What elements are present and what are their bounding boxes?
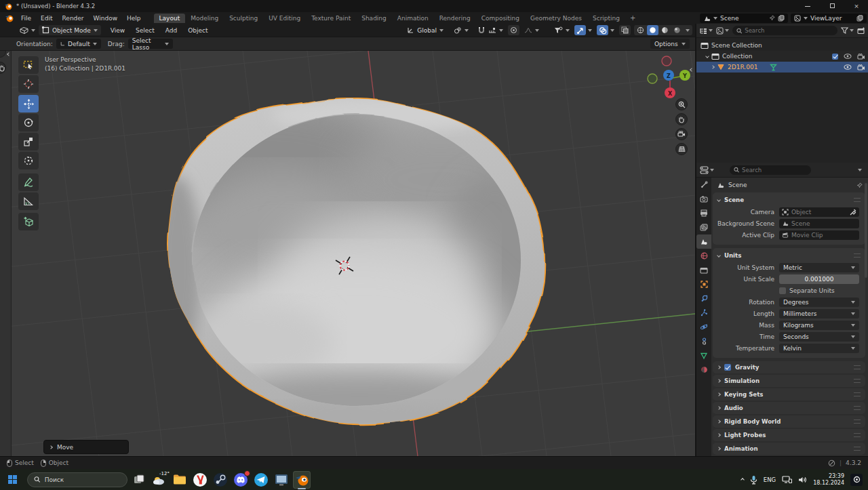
menu-render[interactable]: Render	[58, 15, 89, 22]
menu-add[interactable]: Add	[160, 27, 182, 34]
properties-editor-type[interactable]	[700, 166, 714, 174]
outliner-filter[interactable]	[841, 27, 854, 34]
minimize-button[interactable]	[803, 3, 812, 9]
eyedropper-icon[interactable]	[850, 209, 856, 216]
close-button[interactable]: ×	[852, 3, 861, 9]
notification-center-icon[interactable]	[850, 474, 863, 486]
orientation-dropdown[interactable]: Default	[56, 39, 101, 49]
zoom-view-icon[interactable]	[675, 98, 688, 110]
transform-orientation-selector[interactable]: Global	[403, 25, 447, 35]
keying-sets-panel-header[interactable]: Keying Sets	[713, 388, 865, 401]
tab-material[interactable]	[696, 363, 711, 377]
yandex-browser-button[interactable]	[191, 471, 209, 489]
show-gizmos-toggle[interactable]	[574, 25, 586, 35]
hide-eye-icon[interactable]	[844, 64, 852, 70]
menu-object[interactable]: Object	[182, 27, 213, 34]
background-scene-field[interactable]: Scene	[779, 219, 859, 228]
bowl-object[interactable]	[132, 98, 553, 432]
tab-object-data[interactable]	[696, 348, 711, 363]
camera-field[interactable]: Object	[779, 207, 859, 217]
new-collection-icon[interactable]	[857, 27, 865, 35]
menu-file[interactable]: File	[16, 15, 36, 22]
properties-search[interactable]	[730, 165, 811, 175]
language-indicator[interactable]: ENG	[764, 476, 776, 483]
tool-add-primitive[interactable]	[18, 213, 39, 230]
properties-search-input[interactable]	[742, 167, 807, 173]
show-overlays-toggle[interactable]	[597, 25, 608, 35]
disable-render-camera-icon[interactable]	[857, 54, 865, 60]
tab-geometry-nodes[interactable]: Geometry Nodes	[525, 14, 587, 23]
snap-magnet-icon[interactable]	[475, 25, 487, 35]
outliner-row-object[interactable]: 2D1R.001	[696, 62, 868, 73]
gravity-panel-header[interactable]: Gravity	[713, 361, 865, 373]
unit-scale-field[interactable]: 0.001000	[779, 274, 859, 284]
tray-overflow-icon[interactable]	[741, 478, 745, 482]
gravity-checkbox[interactable]	[724, 364, 731, 371]
perspective-toggle-icon[interactable]	[675, 143, 688, 155]
tool-move[interactable]	[18, 95, 39, 113]
tab-shading[interactable]: Shading	[356, 14, 392, 23]
gizmos-dropdown[interactable]	[587, 25, 593, 35]
tab-view-layer[interactable]	[696, 220, 711, 234]
tool-select-box[interactable]	[18, 56, 39, 74]
start-button[interactable]	[5, 472, 20, 487]
axis-neg-x-ball[interactable]	[662, 56, 671, 66]
expand-icon[interactable]	[711, 65, 715, 69]
viewlayer-selector[interactable]: ViewLayer	[791, 14, 867, 23]
temperature-dropdown[interactable]: Kelvin	[779, 344, 859, 353]
axis-neg-y-ball[interactable]	[648, 74, 657, 83]
tab-world[interactable]	[696, 249, 711, 263]
pan-view-icon[interactable]	[675, 113, 688, 125]
scene-selector[interactable]: Scene	[700, 14, 788, 23]
show-object-types[interactable]	[553, 25, 571, 35]
rigid-body-world-panel-header[interactable]: Rigid Body World	[713, 415, 865, 428]
hide-eye-icon[interactable]	[844, 54, 852, 59]
file-explorer-button[interactable]	[171, 471, 189, 489]
disable-render-camera-icon[interactable]	[857, 64, 865, 70]
tab-sculpting[interactable]: Sculpting	[224, 14, 263, 23]
blender-menu-icon[interactable]	[5, 14, 14, 22]
rotation-dropdown[interactable]: Degrees	[779, 298, 859, 307]
xray-toggle[interactable]	[619, 25, 631, 35]
new-scene-icon[interactable]	[778, 15, 785, 22]
outliner-search-input[interactable]	[745, 27, 833, 34]
operator-panel-move[interactable]: Move	[43, 440, 129, 454]
collapse-icon[interactable]	[705, 54, 709, 58]
menu-select[interactable]: Select	[130, 27, 160, 34]
tab-physics[interactable]	[696, 320, 711, 334]
tool-measure[interactable]	[18, 192, 39, 210]
collection-checkbox[interactable]	[832, 54, 838, 60]
properties-options-icon[interactable]	[858, 169, 862, 171]
tool-annotate[interactable]	[18, 173, 39, 191]
pivot-point-selector[interactable]	[450, 25, 472, 35]
tab-constraints[interactable]	[696, 334, 711, 348]
app-window-button[interactable]	[273, 471, 290, 489]
snap-settings[interactable]	[487, 25, 505, 35]
viewport-canvas[interactable]: User Perspective (16) Collection | 2D1R.…	[0, 51, 695, 456]
pin-icon[interactable]	[769, 15, 775, 21]
simulation-panel-header[interactable]: Simulation	[713, 375, 865, 387]
length-dropdown[interactable]: Millimeters	[779, 309, 859, 319]
panel-grip[interactable]	[854, 365, 861, 369]
weather-widget[interactable]: -12°	[151, 471, 168, 489]
mode-selector[interactable]: Object Mode	[39, 25, 101, 35]
volume-icon[interactable]	[798, 476, 807, 484]
outliner-display-mode[interactable]	[699, 27, 713, 35]
shading-wireframe-button[interactable]	[635, 25, 646, 35]
tab-modifiers[interactable]	[696, 291, 711, 306]
light-probes-panel-header[interactable]: Light Probes	[713, 429, 865, 441]
outliner-search[interactable]	[732, 26, 837, 35]
proportional-editing-icon[interactable]	[508, 25, 519, 35]
scene-panel-header[interactable]: Scene	[713, 194, 865, 206]
unit-system-dropdown[interactable]: Metric	[779, 263, 859, 272]
drag-dropdown[interactable]: Select Lasso	[128, 39, 173, 49]
menu-help[interactable]: Help	[122, 15, 146, 22]
outliner-row-collection[interactable]: Collection	[696, 51, 868, 62]
orbit-ball-icon[interactable]	[0, 51, 6, 58]
discord-button[interactable]	[232, 471, 250, 489]
taskbar-search-input[interactable]	[45, 476, 121, 483]
tab-modeling[interactable]: Modeling	[185, 14, 224, 23]
pin-icon[interactable]	[856, 182, 863, 188]
taskbar-clock[interactable]: 23:39 18.12.2024	[813, 473, 844, 487]
separate-units-toggle[interactable]: Separate Units	[779, 287, 835, 294]
